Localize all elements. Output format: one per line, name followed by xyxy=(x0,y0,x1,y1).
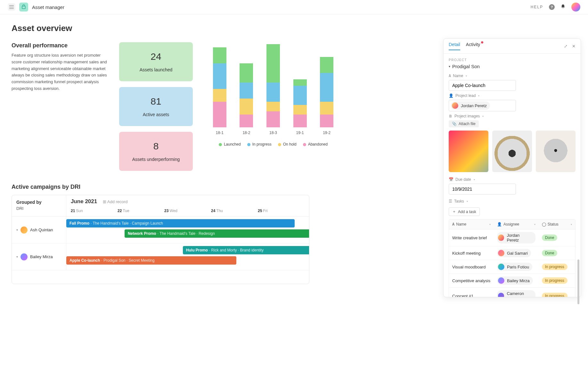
task-row[interactable]: Concept #1Cameron TothIn progress xyxy=(449,288,575,293)
bar-segment xyxy=(266,102,280,111)
bar-label: 19-1 xyxy=(296,131,304,135)
bar-segment xyxy=(266,111,280,127)
bar-segment xyxy=(240,63,253,83)
legend-launched: Launched xyxy=(219,142,241,147)
stat-label: Assets launched xyxy=(122,67,190,72)
project-section-label: PROJECT xyxy=(449,58,576,62)
bar-label: 18-1 xyxy=(216,131,224,135)
overall-heading: Overall performance xyxy=(12,42,108,49)
lead-name: Jordan Peretz xyxy=(461,103,487,108)
task-assignee: Cameron Toth xyxy=(494,288,539,293)
task-name: Kickoff meeting xyxy=(449,248,494,258)
timeline-event[interactable]: Hulu Promo · Rick and Morty · Brand iden… xyxy=(183,246,309,254)
project-image-3[interactable] xyxy=(536,131,576,172)
task-row[interactable]: Competitive analysisBailey MirzaIn progr… xyxy=(449,274,575,288)
timeline-day: 21Sun xyxy=(71,209,118,213)
assignee-avatar xyxy=(498,235,504,241)
group-value: DRI xyxy=(16,206,61,211)
bar-segment xyxy=(293,79,307,86)
bar-segment xyxy=(293,115,307,127)
project-image-2[interactable] xyxy=(492,131,532,172)
task-assignee: Jordan Peretz xyxy=(494,229,539,246)
user-avatar[interactable] xyxy=(571,3,580,12)
plus-icon: ＋ xyxy=(452,209,456,214)
dri-avatar xyxy=(20,253,28,260)
attach-file-button[interactable]: 📎Attach file xyxy=(449,120,479,127)
due-label: 📅Due date xyxy=(449,177,576,182)
timeline: Grouped by DRI June 2021 Add record 21Su… xyxy=(12,195,309,284)
activity-unread-dot xyxy=(481,41,483,44)
lead-input[interactable]: Jordan Peretz xyxy=(449,100,516,111)
lead-label: 👤Project lead xyxy=(449,93,576,98)
chart-legend: Launched In progress On hold Abandoned xyxy=(204,142,342,147)
bar-label: 19-2 xyxy=(323,131,331,135)
stat-card-0: 24Assets launched xyxy=(119,42,193,81)
dri-name: Ash Quintan xyxy=(30,227,53,232)
task-row[interactable]: Kickoff meetingGal SamariDone xyxy=(449,246,575,260)
col-status[interactable]: ◯Status xyxy=(539,219,575,229)
timeline-event[interactable]: Fall Promo · The Handmaid's Tale · Campa… xyxy=(66,219,295,227)
stat-value: 81 xyxy=(122,96,190,107)
bar-segment xyxy=(293,86,307,105)
task-table: AName 👤Assignee ◯Status Write creative b… xyxy=(449,219,576,293)
add-record-button[interactable]: Add record xyxy=(103,199,128,204)
bar-label: 18-3 xyxy=(269,131,277,135)
app-title: Asset manager xyxy=(32,4,64,10)
legend-abandoned: Abandoned xyxy=(303,142,328,147)
name-input[interactable] xyxy=(449,80,516,91)
bar-label: 18-2 xyxy=(242,131,250,135)
col-assignee[interactable]: 👤Assignee xyxy=(494,219,539,229)
task-status: Done xyxy=(539,232,575,243)
assignee-avatar xyxy=(498,293,504,293)
timeline-row: ▾Ash QuintanFall Promo · The Handmaid's … xyxy=(12,217,309,243)
add-task-button[interactable]: ＋Add a task xyxy=(449,207,480,216)
timeline-day: 23Wed xyxy=(164,209,211,213)
timeline-day: 24Thu xyxy=(211,209,258,213)
task-row[interactable]: Write creative briefJordan PeretzDone xyxy=(449,229,575,246)
task-status: In progress xyxy=(539,261,575,273)
help-label[interactable]: HELP xyxy=(531,5,543,9)
detail-panel: Detail Activity ⤢ ✕ PROJECT Prodigal Son… xyxy=(443,38,581,293)
menu-button[interactable] xyxy=(8,3,15,11)
close-icon[interactable]: ✕ xyxy=(572,44,576,49)
task-assignee: Gal Samari xyxy=(494,246,539,260)
legend-inprogress: In progress xyxy=(247,142,272,147)
expand-icon[interactable]: ▾ xyxy=(16,228,18,232)
bar-segment xyxy=(240,99,253,115)
help-icon[interactable]: ? xyxy=(549,4,555,10)
collapse-icon[interactable]: ⤢ xyxy=(564,44,568,49)
stat-card-2: 8Assets underperforming xyxy=(119,132,193,171)
lead-avatar xyxy=(452,102,458,109)
project-name[interactable]: Prodigal Son xyxy=(449,64,576,69)
bar-segment xyxy=(213,102,226,127)
col-name[interactable]: AName xyxy=(449,219,494,229)
stat-card-1: 81Active assets xyxy=(119,87,193,126)
expand-icon[interactable]: ▾ xyxy=(16,255,18,259)
tasks-label: ☰Tasks xyxy=(449,199,576,203)
tab-activity[interactable]: Activity xyxy=(466,42,480,50)
task-status: In progress xyxy=(539,275,575,286)
name-label: AName xyxy=(449,74,576,78)
timeline-event[interactable]: Apple Co-launch · Prodigal Son · Secret … xyxy=(66,256,236,265)
stat-value: 24 xyxy=(122,51,190,62)
bar-segment xyxy=(213,89,226,102)
timeline-row: ▾Bailey MirzaHulu Promo · Rick and Morty… xyxy=(12,243,309,270)
stat-value: 8 xyxy=(122,141,190,152)
task-name: Concept #1 xyxy=(449,291,494,293)
project-image-1[interactable] xyxy=(449,131,488,172)
task-status: Done xyxy=(539,247,575,259)
tab-detail[interactable]: Detail xyxy=(449,42,460,50)
task-status: In progress xyxy=(539,290,575,293)
images-label: 🗎Project images xyxy=(449,114,576,118)
due-input[interactable] xyxy=(449,184,516,195)
assignee-avatar xyxy=(498,277,504,284)
bar-segment xyxy=(213,63,226,89)
timeline-event[interactable]: Network Promo · The Handmaid's Tale · Re… xyxy=(125,229,309,238)
notifications-icon[interactable] xyxy=(560,4,566,10)
task-row[interactable]: Visual moodboardParis FotiouIn progress xyxy=(449,260,575,274)
timeline-day: 25Fri xyxy=(258,209,305,213)
overall-body: Feature org structure loss aversion net … xyxy=(12,52,108,92)
task-assignee: Paris Fotiou xyxy=(494,260,539,274)
bar-segment xyxy=(320,57,333,73)
panel-scrollbar[interactable] xyxy=(577,259,579,293)
